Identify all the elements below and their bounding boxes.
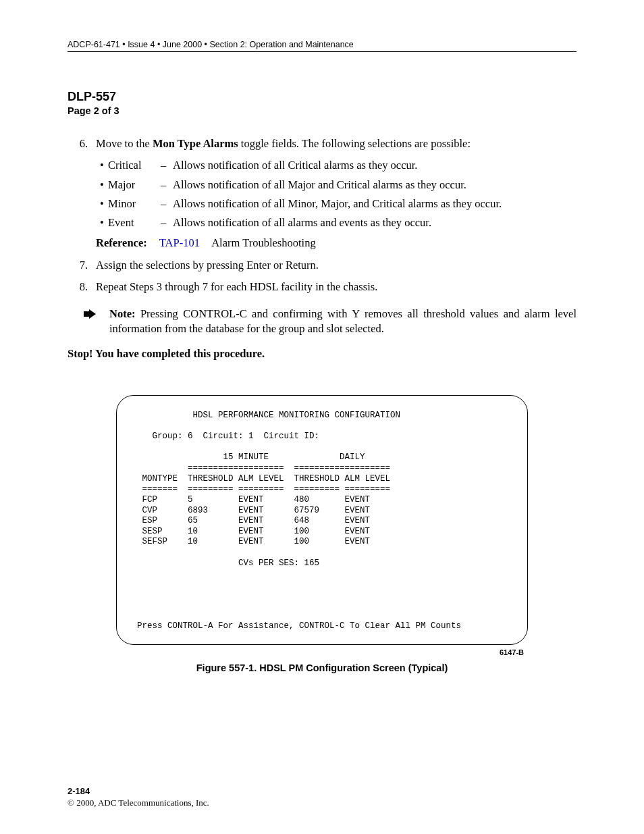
bullet-item: • Event – Allows notification of all ala… [96,215,576,230]
bullet-dot: • [96,158,108,173]
bullet-name: Minor [108,197,161,211]
terminal-title: HDSL PERFORMANCE MONITORING CONFIGURATIO… [137,411,507,421]
terminal-hdr: ======= ========= ========= ========= ==… [137,484,507,495]
terminal-group: Group: 6 Circuit: 1 Circuit ID: [137,432,507,442]
bullet-desc: Allows notification of all Minor, Major,… [173,197,576,211]
svg-marker-0 [84,309,96,319]
terminal-hdr: =================== =================== [137,463,507,474]
bullet-dash: – [161,178,173,192]
note-text: Pressing CONTROL-C and confirming with Y… [109,307,576,335]
step-number: 6. [68,136,88,151]
bullet-desc: Allows notification of all Critical alar… [173,158,576,173]
step-number: 8. [68,280,88,294]
terminal-cvs: CVs PER SES: 165 [137,558,507,569]
footer-copyright: © 2000, ADC Telecommunications, Inc. [68,798,209,808]
step-text-bold: Mon Type Alarms [153,137,238,150]
terminal-hdr: MONTYPE THRESHOLD ALM LEVEL THRESHOLD AL… [137,474,507,485]
figure-caption: Figure 557-1. HDSL PM Configuration Scre… [116,662,528,675]
figure-code: 6147-B [116,648,528,658]
terminal-screen: HDSL PERFORMANCE MONITORING CONFIGURATIO… [116,395,528,645]
page-indicator: Page 2 of 3 [68,105,576,116]
terminal-row: SEFSP 10 EVENT 100 EVENT [137,537,507,548]
step-number: 7. [68,258,88,273]
bullet-desc: Allows notification of all Major and Cri… [173,178,576,192]
bullet-dot: • [96,215,108,230]
bullet-dash: – [161,197,173,211]
bullet-name: Critical [108,158,161,173]
footer-page-number: 2-184 [68,786,209,796]
stop-line: Stop! You have completed this procedure. [68,346,576,361]
reference-link[interactable]: TAP-101 [159,236,200,249]
bullet-list: • Critical – Allows notification of all … [96,158,576,230]
terminal-footer: Press CONTROL-A For Assistance, CONTROL-… [137,621,507,632]
note-arrow-icon [84,307,97,337]
step-6: 6. Move to the Mon Type Alarms toggle fi… [68,136,576,151]
dlp-heading: DLP-557 [68,90,576,104]
reference-label: Reference: [96,236,147,249]
document-header: ADCP-61-471 • Issue 4 • June 2000 • Sect… [68,38,576,52]
bullet-item: • Major – Allows notification of all Maj… [96,178,576,192]
bullet-name: Major [108,178,161,192]
bullet-desc: Allows notification of all alarms and ev… [173,215,576,230]
note-label: Note: [109,307,135,320]
step-text-post: toggle fields. The following selections … [238,137,471,150]
step-text-pre: Move to the [96,137,153,150]
note: Note: Pressing CONTROL-C and confirming … [84,307,576,337]
terminal-row: FCP 5 EVENT 480 EVENT [137,495,507,506]
bullet-name: Event [108,215,161,230]
page-footer: 2-184 © 2000, ADC Telecommunications, In… [68,786,209,808]
reference-text: Alarm Troubleshooting [211,236,315,249]
step-content: Assign the selections by pressing Enter … [96,258,576,273]
bullet-dot: • [96,197,108,211]
terminal-hdr: 15 MINUTE DAILY [137,452,507,463]
step-content: Move to the Mon Type Alarms toggle field… [96,136,576,151]
terminal-row: CVP 6893 EVENT 67579 EVENT [137,506,507,517]
step-7: 7. Assign the selections by pressing Ent… [68,258,576,273]
terminal-row: ESP 65 EVENT 648 EVENT [137,516,507,527]
header-text: ADCP-61-471 • Issue 4 • June 2000 • Sect… [68,40,354,49]
bullet-item: • Critical – Allows notification of all … [96,158,576,173]
bullet-dash: – [161,215,173,230]
reference-row: Reference: TAP-101 Alarm Troubleshooting [96,236,576,251]
bullet-item: • Minor – Allows notification of all Min… [96,197,576,211]
terminal-row: SESP 10 EVENT 100 EVENT [137,527,507,538]
step-content: Repeat Steps 3 through 7 for each HDSL f… [96,280,576,294]
step-8: 8. Repeat Steps 3 through 7 for each HDS… [68,280,576,294]
bullet-dot: • [96,178,108,192]
bullet-dash: – [161,158,173,173]
figure: HDSL PERFORMANCE MONITORING CONFIGURATIO… [116,395,528,675]
